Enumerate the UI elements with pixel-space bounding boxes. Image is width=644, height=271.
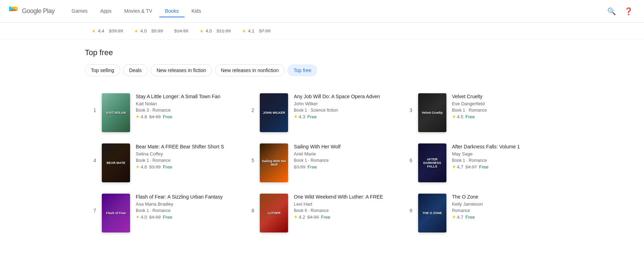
book-rating: ★ 4.0 <box>136 214 147 220</box>
nav-games[interactable]: Games <box>66 5 93 17</box>
book-number: 2 <box>246 93 254 113</box>
book-price: Free <box>163 164 172 170</box>
book-author: Lexi Hart <box>294 201 398 207</box>
book-info: Velvet Cruelty Eve Dangerfield Book 1 · … <box>452 93 556 119</box>
book-price: Free <box>466 214 475 220</box>
book-title: Velvet Cruelty <box>452 93 556 100</box>
book-entry-1[interactable]: 1 KAIT NOLAN Stay A Little Longer: A Sma… <box>85 88 243 138</box>
book-info: After Darkness Falls: Volume 1 May Sage … <box>452 143 556 170</box>
section-title: Top free <box>85 48 559 57</box>
filter-top-free[interactable]: Top free <box>287 64 317 76</box>
nav-apps[interactable]: Apps <box>95 5 117 17</box>
book-cover: Sailing With Her Wolf <box>260 143 288 182</box>
book-title: Sailing With Her Wolf <box>294 143 398 151</box>
book-number: 8 <box>246 194 254 213</box>
book-old-price: $4.99 <box>307 214 319 220</box>
book-pricing: ★ 4.7 $4.97 Free <box>452 164 556 170</box>
book-meta: Book 6 · Romance <box>294 208 398 213</box>
book-number: 9 <box>404 194 412 213</box>
book-author: May Sage <box>452 151 556 157</box>
book-price: Free <box>321 214 330 220</box>
book-title: After Darkness Falls: Volume 1 <box>452 143 556 151</box>
help-button[interactable]: ❓ <box>621 4 636 18</box>
book-old-price: $4.97 <box>466 164 477 170</box>
hint-item-3: $14.99 <box>174 28 188 34</box>
book-meta: Book 1 · Romance <box>294 158 398 163</box>
book-pricing: ★ 4.6 $3.99 Free <box>136 164 240 170</box>
main-content: Top free Top selling Deals New releases … <box>0 40 644 247</box>
book-meta: Book 1 · Romance <box>136 208 240 213</box>
book-pricing: ★ 4.7 Free <box>452 214 556 220</box>
book-pricing: ★ 4.5 Free <box>452 114 556 119</box>
nav-kids[interactable]: Kids <box>186 5 207 17</box>
book-author: Kelly Jamieson <box>452 201 556 207</box>
header-actions: 🔍 ❓ <box>604 4 636 18</box>
book-cover: JOHN WILKER <box>260 93 288 132</box>
book-entry-8[interactable]: 8 LUTHER One Wild Weekend With Luther: A… <box>243 188 401 238</box>
filter-top-selling[interactable]: Top selling <box>85 64 120 76</box>
book-old-price: $3.99 <box>294 164 305 170</box>
main-nav: Games Apps Movies & TV Books Kids <box>66 5 604 17</box>
book-info: One Wild Weekend With Luther: A FREE Lex… <box>294 194 398 220</box>
book-cover: KAIT NOLAN <box>102 93 130 132</box>
hint-item-4: ★ 4.0 $11.99 <box>200 28 231 34</box>
book-meta: Book 1 · Romance <box>452 158 556 163</box>
book-price: Free <box>479 164 488 170</box>
book-entry-2[interactable]: 2 JOHN WILKER Any Job Will Do: A Space O… <box>243 88 401 138</box>
book-old-price: $3.99 <box>149 164 161 170</box>
book-rating: ★ 4.7 <box>452 164 463 170</box>
hint-item-2: ★ 4.0 $5.99 <box>134 28 163 34</box>
book-number: 5 <box>246 143 254 163</box>
book-author: Asa Maria Bradley <box>136 201 240 207</box>
book-meta: Book 1 · Romance <box>136 158 240 163</box>
hint-item-1: ★ 4.4 $39.99 <box>92 28 123 34</box>
google-play-logo[interactable]: Google Play <box>8 6 55 17</box>
book-info: Stay A Little Longer: A Small Town Fan K… <box>136 93 240 119</box>
book-number: 6 <box>404 143 412 163</box>
book-rating: ★ 4.2 <box>294 214 305 220</box>
logo-text: Google Play <box>22 7 55 15</box>
book-rating: ★ 4.5 <box>452 114 463 119</box>
nav-movies-tv[interactable]: Movies & TV <box>119 5 158 17</box>
book-info: Bear Mate: A FREE Bear Shifter Short S S… <box>136 143 240 170</box>
book-old-price: $4.99 <box>149 114 161 119</box>
book-pricing: ★ 4.0 $4.99 Free <box>136 214 240 220</box>
book-author: Eve Dangerfield <box>452 101 556 106</box>
book-entry-3[interactable]: 3 Velvet Cruelty Velvet Cruelty Eve Dang… <box>401 88 559 138</box>
book-entry-9[interactable]: 9 THE O ZONE The O Zone Kelly Jamieson R… <box>401 188 559 238</box>
books-grid: 1 KAIT NOLAN Stay A Little Longer: A Sma… <box>85 88 559 238</box>
book-number: 3 <box>404 93 412 113</box>
search-button[interactable]: 🔍 <box>604 4 619 18</box>
book-pricing: ★ 4.3 Free <box>294 114 398 119</box>
book-title: Flash of Fear: A Sizzling Urban Fantasy <box>136 194 240 201</box>
filter-deals[interactable]: Deals <box>123 64 148 76</box>
filter-tabs: Top selling Deals New releases in fictio… <box>85 64 559 76</box>
book-price: Free <box>163 114 172 119</box>
book-info: The O Zone Kelly Jamieson Romance ★ 4.7 … <box>452 194 556 220</box>
book-author: Kait Nolan <box>136 101 240 106</box>
play-triangle-icon <box>8 6 20 17</box>
book-price: Free <box>308 164 317 170</box>
book-title: The O Zone <box>452 194 556 201</box>
book-entry-4[interactable]: 4 BEAR MATE Bear Mate: A FREE Bear Shift… <box>85 138 243 188</box>
book-meta: Book 3 · Romance <box>136 108 240 113</box>
book-entry-5[interactable]: 5 Sailing With Her Wolf Sailing With Her… <box>243 138 401 188</box>
book-entry-6[interactable]: 6 AFTER DARKNESS FALLS After Darkness Fa… <box>401 138 559 188</box>
book-number: 4 <box>88 143 96 163</box>
book-price: Free <box>307 114 317 119</box>
filter-new-fiction[interactable]: New releases in fiction <box>151 64 212 76</box>
book-old-price: $4.99 <box>149 214 161 220</box>
book-info: Flash of Fear: A Sizzling Urban Fantasy … <box>136 194 240 220</box>
book-entry-7[interactable]: 7 Flash of Fear Flash of Fear: A Sizzlin… <box>85 188 243 238</box>
book-author: Selina Coffey <box>136 151 240 157</box>
book-info: Any Job Will Do: A Space Opera Adven Joh… <box>294 93 398 119</box>
nav-books[interactable]: Books <box>159 5 185 17</box>
book-author: Ariel Marie <box>294 151 398 157</box>
book-rating: ★ 4.7 <box>452 214 463 220</box>
book-cover: BEAR MATE <box>102 143 130 182</box>
filter-new-nonfiction[interactable]: New releases in nonfiction <box>215 64 285 76</box>
book-rating: ★ 4.6 <box>136 164 147 170</box>
book-cover: THE O ZONE <box>418 194 446 232</box>
book-cover: AFTER DARKNESS FALLS <box>418 143 446 182</box>
header: Google Play Games Apps Movies & TV Books… <box>0 0 644 23</box>
